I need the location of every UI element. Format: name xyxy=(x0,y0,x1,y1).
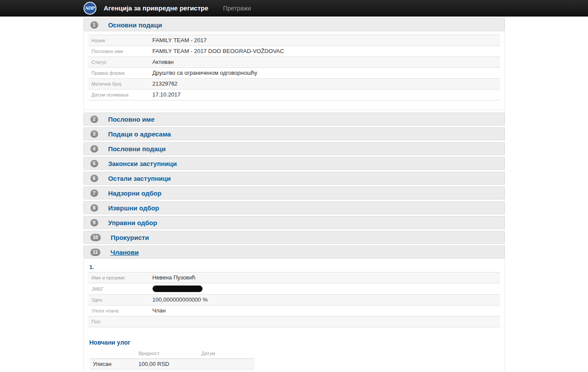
table-row: Правна форма Друштво са ограниченом одго… xyxy=(88,68,500,79)
section-header-management-board[interactable]: 9 Управни одбор xyxy=(84,216,505,229)
field-label: Датум оснивања xyxy=(88,90,149,100)
table-row: Улога члана Члан xyxy=(88,306,500,316)
field-value: FAMILY TEAM - 2017 DOO BEOGRAD-VOŽDOVAC xyxy=(149,46,500,57)
field-label: Пол xyxy=(88,316,149,327)
value-cell: 100,00 RSD xyxy=(135,359,198,369)
row-label: Уписан xyxy=(90,359,135,369)
table-row: Назив FAMILY TEAM - 2017 xyxy=(88,35,500,46)
column-header xyxy=(90,349,135,359)
section-header-members[interactable]: 11 Чланови xyxy=(84,246,505,259)
apr-logo-monogram: АПР xyxy=(85,6,94,10)
monetary-contribution-title: Новчани улог xyxy=(90,339,500,346)
apr-logo-icon[interactable]: АПР xyxy=(83,2,96,15)
field-value: FAMILY TEAM - 2017 xyxy=(149,35,500,46)
date-cell xyxy=(198,359,255,369)
column-header: Датум xyxy=(198,349,255,359)
field-label: Име и презиме xyxy=(88,272,149,283)
section-title-management-board[interactable]: Управни одбор xyxy=(108,219,157,226)
table-row: Уплаћен 100,00 RSD 17.10.2017 xyxy=(90,369,255,372)
field-label: Пословно име xyxy=(88,46,149,57)
section-number-badge: 5 xyxy=(90,160,98,167)
section-header-other-representatives[interactable]: 6 Остали заступници xyxy=(84,172,505,185)
section-group-basic-info: 1 Основни подаци Назив FAMILY TEAM - 201… xyxy=(84,18,505,110)
top-navbar: АПР Агенција за привредне регистре Претр… xyxy=(0,0,588,17)
section-title-members[interactable]: Чланови xyxy=(110,249,139,256)
table-row: Удео 100,000000000000 % xyxy=(88,295,500,306)
field-value: Члан xyxy=(149,306,500,316)
section-title-supervisory-board[interactable]: Надзорни одбор xyxy=(108,189,162,197)
section-number-badge: 7 xyxy=(90,189,98,197)
value-cell: 100,00 RSD xyxy=(135,369,198,372)
section-title-business-name[interactable]: Пословно име xyxy=(108,116,155,123)
table-row: Статус Активан xyxy=(88,57,500,68)
table-row: Датум оснивања 17.10.2017 xyxy=(88,90,500,100)
section-number-badge: 6 xyxy=(90,175,98,182)
section-header-addresses[interactable]: 3 Подаци о адресама xyxy=(84,127,505,140)
section-title-legal-representatives[interactable]: Законски заступници xyxy=(108,160,177,167)
table-header-row: Вредност Датум xyxy=(90,349,255,359)
section-number-badge: 9 xyxy=(90,219,98,226)
section-title-addresses[interactable]: Подаци о адресама xyxy=(108,130,171,138)
section-number-badge: 11 xyxy=(90,249,101,256)
section-header-supervisory-board[interactable]: 7 Надзорни одбор xyxy=(84,186,505,199)
field-label: ЈМБГ xyxy=(88,283,149,295)
field-value: Активан xyxy=(149,57,500,68)
field-label: Статус xyxy=(88,57,149,68)
table-row: Матични број 21329762 xyxy=(88,79,500,90)
section-number-badge: 10 xyxy=(90,234,101,241)
section-number-badge: 2 xyxy=(90,116,98,123)
field-value: 17.10.2017 xyxy=(149,90,500,100)
member-info-table: Име и презиме Невена Пузовић ЈМБГ Удео 1… xyxy=(88,272,500,327)
date-cell: 17.10.2017 xyxy=(198,369,255,372)
section-header-executive-board[interactable]: 8 Извршни одбор xyxy=(84,201,505,214)
monetary-contribution-table: Вредност Датум Уписан 100,00 RSD Уплаћен… xyxy=(90,349,255,372)
basic-info-table: Назив FAMILY TEAM - 2017 Пословно име FA… xyxy=(88,35,500,100)
section-title-other-representatives[interactable]: Остали заступници xyxy=(108,175,171,182)
field-value: 100,000000000000 % xyxy=(149,295,500,306)
field-value xyxy=(149,283,500,295)
field-value: Друштво са ограниченом одговорношћу xyxy=(149,68,500,79)
section-header-business-name[interactable]: 2 Пословно име xyxy=(84,113,505,126)
main-container: 1 Основни подаци Назив FAMILY TEAM - 201… xyxy=(83,17,505,372)
section-divider xyxy=(84,100,505,110)
section-number-badge: 8 xyxy=(90,204,98,212)
table-row: Име и презиме Невена Пузовић xyxy=(88,272,500,283)
section-header-legal-representatives[interactable]: 5 Законски заступници xyxy=(84,157,505,170)
field-value xyxy=(149,316,500,327)
table-row: Пол xyxy=(88,316,500,327)
section-title-executive-board[interactable]: Извршни одбор xyxy=(108,204,159,212)
navbar-brand-link[interactable]: Агенција за привредне регистре xyxy=(104,4,209,12)
section-group-members: 11 Чланови 1. Име и презиме Невена Пузов… xyxy=(84,246,505,372)
row-label: Уплаћен xyxy=(90,369,135,372)
section-header-procurators[interactable]: 10 Прокуристи xyxy=(84,231,505,244)
section-title-basic-info[interactable]: Основни подаци xyxy=(108,21,162,29)
field-label: Назив xyxy=(88,35,149,46)
section-header-business-data[interactable]: 4 Пословни подаци xyxy=(84,142,505,155)
jmbg-redaction-mark xyxy=(153,286,203,292)
section-title-business-data[interactable]: Пословни подаци xyxy=(108,145,166,153)
field-label: Удео xyxy=(88,295,149,306)
section-number-badge: 1 xyxy=(90,21,98,29)
member-ordinal: 1. xyxy=(90,264,500,270)
column-header: Вредност xyxy=(135,349,198,359)
field-label: Матични број xyxy=(88,79,149,90)
section-title-procurators[interactable]: Прокуристи xyxy=(111,234,149,241)
table-row: Уписан 100,00 RSD xyxy=(90,359,255,369)
table-row: Пословно име FAMILY TEAM - 2017 DOO BEOG… xyxy=(88,46,500,57)
navbar-inner: АПР Агенција за привредне регистре Претр… xyxy=(83,0,505,16)
table-row: ЈМБГ xyxy=(88,283,500,295)
field-value: 21329762 xyxy=(149,79,500,90)
field-label: Правна форма xyxy=(88,68,149,79)
navbar-search-link[interactable]: Претражи xyxy=(223,5,251,12)
field-label: Улога члана xyxy=(88,306,149,316)
section-number-badge: 3 xyxy=(90,130,98,138)
section-number-badge: 4 xyxy=(90,145,98,153)
field-value: Невена Пузовић xyxy=(149,272,500,283)
section-header-basic-info[interactable]: 1 Основни подаци xyxy=(84,18,505,31)
